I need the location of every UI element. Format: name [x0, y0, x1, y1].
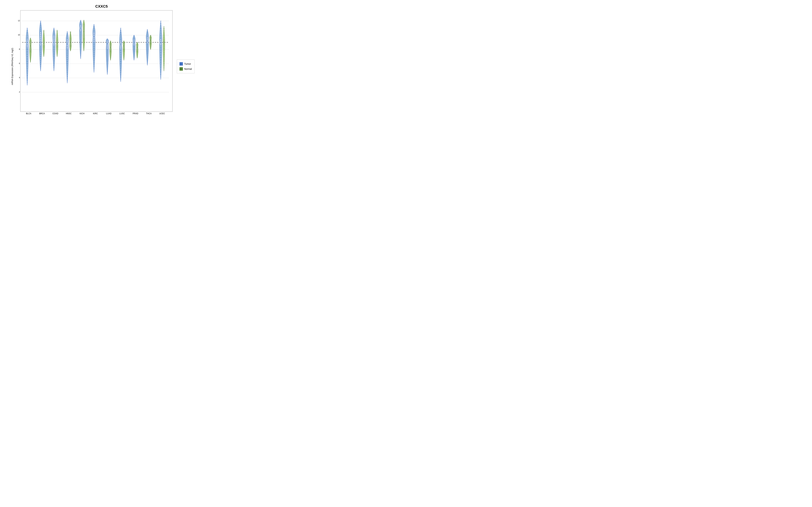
- svg-rect-475: [110, 44, 111, 45]
- svg-rect-269: [70, 48, 71, 49]
- svg-rect-355: [84, 32, 84, 32]
- svg-rect-620: [137, 44, 138, 45]
- svg-rect-495: [120, 59, 120, 59]
- svg-rect-220: [57, 31, 58, 32]
- svg-rect-664: [148, 31, 148, 31]
- svg-rect-518: [120, 30, 120, 31]
- svg-rect-631: [147, 59, 148, 59]
- svg-rect-456: [110, 57, 111, 58]
- svg-rect-181: [53, 39, 54, 39]
- svg-rect-683: [150, 42, 151, 43]
- svg-rect-396: [93, 36, 94, 37]
- svg-rect-326: [81, 28, 81, 29]
- svg-rect-364: [83, 20, 84, 20]
- chart-title: CXXC5: [95, 4, 108, 9]
- svg-rect-480: [111, 41, 111, 41]
- svg-rect-275: [70, 44, 71, 45]
- svg-rect-25: [27, 56, 28, 57]
- svg-rect-261: [67, 34, 68, 34]
- svg-rect-242: [67, 55, 67, 55]
- svg-rect-312: [81, 39, 81, 40]
- svg-rect-143: [44, 36, 44, 36]
- svg-rect-342: [84, 46, 84, 46]
- svg-rect-460: [110, 54, 111, 55]
- svg-rect-544: [124, 46, 124, 47]
- svg-rect-666: [148, 29, 148, 30]
- svg-rect-416: [107, 65, 108, 66]
- svg-rect-753: [163, 47, 164, 47]
- svg-rect-55: [30, 57, 31, 57]
- svg-rect-540: [124, 50, 124, 50]
- svg-rect-84: [40, 62, 41, 63]
- svg-rect-415: [107, 67, 108, 67]
- svg-rect-71: [30, 43, 31, 44]
- svg-rect-144: [44, 34, 44, 35]
- svg-rect-26: [27, 54, 27, 54]
- svg-rect-283: [70, 38, 71, 38]
- svg-rect-732: [161, 25, 161, 26]
- x-label-HNSC: HNSC: [62, 112, 75, 115]
- svg-rect-177: [53, 42, 54, 43]
- svg-rect-472: [110, 46, 111, 47]
- svg-rect-36: [27, 42, 27, 43]
- svg-rect-763: [164, 32, 164, 33]
- svg-rect-492: [121, 64, 121, 64]
- svg-rect-368: [94, 72, 94, 72]
- svg-rect-173: [53, 46, 54, 46]
- svg-rect-615: [137, 47, 138, 48]
- svg-rect-681: [151, 43, 151, 44]
- svg-rect-587: [134, 39, 134, 40]
- svg-rect-204: [56, 47, 57, 47]
- svg-rect-686: [150, 40, 151, 41]
- svg-rect-745: [164, 59, 164, 60]
- svg-rect-296: [80, 58, 81, 59]
- svg-rect-137: [44, 42, 44, 43]
- svg-rect-163: [53, 55, 54, 55]
- svg-rect-304: [80, 46, 81, 46]
- svg-rect-614: [137, 48, 138, 49]
- svg-rect-440: [107, 46, 108, 47]
- svg-rect-32: [27, 47, 27, 47]
- svg-rect-691: [150, 37, 151, 38]
- svg-rect-487: [120, 72, 121, 73]
- svg-rect-210: [57, 41, 57, 41]
- svg-rect-52: [30, 60, 31, 60]
- svg-rect-236: [67, 61, 67, 62]
- svg-rect-159: [54, 60, 54, 60]
- svg-rect-293: [70, 32, 71, 32]
- svg-rect-361: [84, 24, 84, 24]
- svg-rect-356: [84, 30, 84, 31]
- svg-rect-111: [40, 31, 41, 32]
- svg-rect-577: [134, 44, 134, 45]
- svg-rect-241: [67, 57, 68, 58]
- svg-rect-58: [30, 54, 31, 54]
- svg-rect-508: [121, 46, 121, 46]
- x-label-BRCA: BRCA: [35, 112, 49, 115]
- svg-rect-445: [107, 42, 107, 42]
- svg-rect-270: [70, 48, 71, 48]
- svg-rect-68: [30, 46, 31, 47]
- svg-rect-62: [30, 51, 30, 51]
- svg-rect-100: [41, 44, 41, 44]
- svg-rect-41: [27, 35, 28, 36]
- svg-rect-641: [147, 49, 147, 49]
- svg-rect-514: [120, 37, 121, 37]
- svg-rect-323: [80, 30, 81, 30]
- svg-rect-382: [93, 50, 94, 51]
- svg-rect-375: [94, 58, 94, 59]
- svg-rect-51: [30, 61, 31, 61]
- svg-rect-46: [27, 28, 27, 29]
- svg-rect-321: [80, 31, 81, 32]
- svg-rect-436: [107, 49, 108, 50]
- svg-rect-234: [67, 64, 67, 64]
- svg-rect-92: [41, 52, 41, 52]
- svg-rect-645: [147, 46, 147, 46]
- svg-rect-746: [164, 58, 164, 58]
- svg-rect-86: [40, 58, 41, 59]
- y-tick-10: 10: [18, 34, 20, 36]
- svg-rect-273: [70, 46, 71, 46]
- svg-rect-727: [160, 33, 161, 34]
- svg-rect-560: [134, 55, 134, 55]
- svg-rect-619: [137, 45, 138, 45]
- svg-rect-431: [107, 52, 107, 52]
